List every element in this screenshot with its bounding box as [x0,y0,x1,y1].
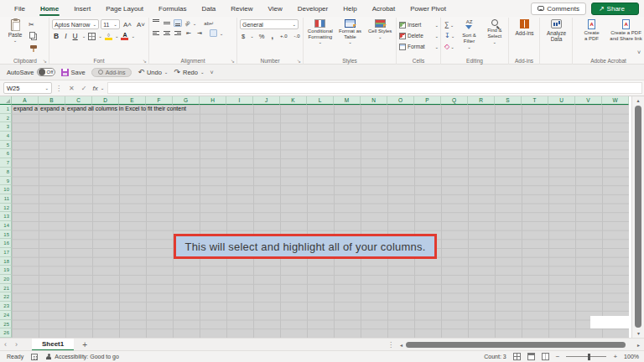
row-header-26[interactable]: 26 [0,328,12,338]
new-sheet-button[interactable]: + [74,340,96,349]
menu-tab-file[interactable]: File [7,0,33,17]
row-header-20[interactable]: 20 [0,275,12,284]
align-bottom-button[interactable] [174,19,182,27]
menu-tab-page-layout[interactable]: Page Layout [98,0,151,17]
save-button[interactable]: Save [61,69,86,76]
alignment-dialog-launcher[interactable]: ↘ [231,59,235,64]
column-header-c[interactable]: C [65,96,92,105]
formula-input[interactable] [107,82,642,94]
accessibility-status[interactable]: Accessibility: Good to go [45,354,119,360]
underline-button[interactable]: U [71,32,80,40]
sheet-tab-sheet1[interactable]: Sheet1 [32,339,74,351]
copy-button[interactable] [28,30,39,41]
confirm-entry-button[interactable]: ✓ [78,85,91,92]
row-header-22[interactable]: 22 [0,292,12,302]
column-header-h[interactable]: H [200,96,226,105]
next-sheet-icon[interactable]: › [11,340,22,349]
column-header-p[interactable]: P [414,96,441,105]
sort-filter-button[interactable]: AZ Sort & Filter ⌄ [457,19,480,56]
cell-styles-button[interactable]: Cell Styles ⌄ [366,19,394,56]
column-header-r[interactable]: R [468,96,495,105]
cell-a1[interactable]: expand al [12,105,38,114]
format-cells-button[interactable]: Format ⌄ [399,41,439,52]
align-top-button[interactable] [152,19,160,27]
qat-customize-button[interactable]: ˅ [210,70,214,75]
scroll-left-icon[interactable]: ◂ [397,342,405,348]
cell-b1[interactable]: expand al [39,105,65,114]
row-header-16[interactable]: 16 [0,239,12,248]
merge-center-button[interactable] [210,29,217,37]
column-header-e[interactable]: E [119,96,146,105]
increase-indent-button[interactable]: ⇥ [195,30,204,37]
row-header-5[interactable]: 5 [0,141,12,150]
grow-font-button[interactable]: A˄ [122,21,133,28]
autosave-control[interactable]: AutoSave Off [7,68,55,76]
format-painter-button[interactable] [28,41,39,52]
row-header-23[interactable]: 23 [0,302,12,311]
qat-addins-button[interactable]: Add-ins [91,68,132,77]
font-size-combo[interactable]: 11 ⌄ [101,19,120,29]
clear-button[interactable]: ◇⌄ [444,41,455,52]
collapse-ribbon-button[interactable]: ˅ [637,49,641,55]
row-header-11[interactable]: 11 [0,194,12,204]
scroll-right-icon[interactable]: ▸ [635,342,642,348]
scroll-down-icon[interactable]: ▾ [632,329,644,338]
row-header-9[interactable]: 9 [0,177,12,186]
row-header-3[interactable]: 3 [0,122,12,132]
row-header-4[interactable]: 4 [0,132,12,141]
font-dialog-launcher[interactable]: ↘ [143,59,147,64]
row-header-12[interactable]: 12 [0,204,12,213]
menu-tab-formulas[interactable]: Formulas [151,0,194,17]
vertical-scroll-thumb[interactable] [635,106,641,328]
column-header-j[interactable]: J [253,96,280,105]
undo-button[interactable]: ↶ Undo ⌄ [138,68,168,76]
shrink-font-button[interactable]: A˅ [135,21,147,28]
zoom-slider-thumb[interactable] [588,354,590,360]
fill-color-button[interactable]: ◊ [105,33,112,40]
align-right-button[interactable] [174,29,182,37]
insert-function-button[interactable]: fx [90,85,100,92]
analyze-data-button[interactable]: Analyze Data [543,19,570,43]
column-header-v[interactable]: V [575,96,602,105]
find-select-button[interactable]: Find & Select ⌄ [483,19,506,56]
fill-button[interactable]: ↧⌄ [444,30,455,41]
row-header-6[interactable]: 6 [0,149,12,158]
menu-tab-home[interactable]: Home [33,0,66,17]
row-header-14[interactable]: 14 [0,221,12,230]
column-header-i[interactable]: I [226,96,253,105]
autosave-toggle[interactable]: Off [37,68,55,76]
row-header-15[interactable]: 15 [0,230,12,240]
number-dialog-launcher[interactable]: ↘ [297,59,301,64]
format-as-table-button[interactable]: Format as Table ⌄ [336,19,365,56]
menu-tab-insert[interactable]: Insert [66,0,98,17]
row-header-17[interactable]: 17 [0,248,12,257]
menu-tab-review[interactable]: Review [223,0,260,17]
column-header-m[interactable]: M [334,96,361,105]
sheetbar-splitter[interactable]: ⋮ [384,341,397,349]
addins-button[interactable]: Add-ins [512,19,538,36]
share-button[interactable]: ↗ Share ⌄ [591,3,639,15]
name-box-splitter[interactable]: ⋮ [52,85,65,92]
row-header-2[interactable]: 2 [0,114,12,123]
row-header-19[interactable]: 19 [0,266,12,275]
menu-tab-data[interactable]: Data [194,0,223,17]
conditional-formatting-button[interactable]: Conditional Formatting ⌄ [306,19,335,56]
row-header-7[interactable]: 7 [0,158,12,168]
font-name-combo[interactable]: Aptos Narrow ⌄ [52,19,99,29]
paste-button[interactable]: Paste ⌄ [4,19,26,56]
row-header-25[interactable]: 25 [0,320,12,329]
page-layout-view-button[interactable] [527,353,535,360]
column-header-q[interactable]: Q [441,96,468,105]
column-header-d[interactable]: D [92,96,119,105]
orientation-button[interactable]: ab [184,19,191,27]
column-header-t[interactable]: T [522,96,548,105]
column-header-n[interactable]: N [361,96,387,105]
wrap-text-button[interactable]: ab↵ [204,20,214,26]
page-break-view-button[interactable] [542,353,549,360]
active-cell-w25[interactable] [590,316,631,328]
row-header-1[interactable]: 1 [0,105,12,114]
menu-tab-developer[interactable]: Developer [290,0,335,17]
zoom-slider[interactable] [566,356,606,357]
horizontal-scrollbar[interactable]: ◂ ▸ [397,341,642,349]
name-box[interactable]: W25 ⌄ [3,82,52,94]
